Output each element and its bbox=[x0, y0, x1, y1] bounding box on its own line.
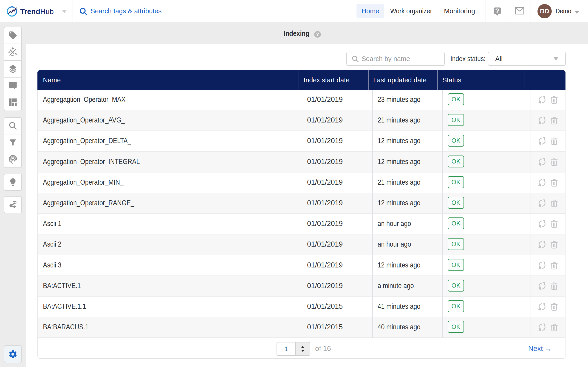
svg-text:?: ? bbox=[495, 7, 499, 15]
